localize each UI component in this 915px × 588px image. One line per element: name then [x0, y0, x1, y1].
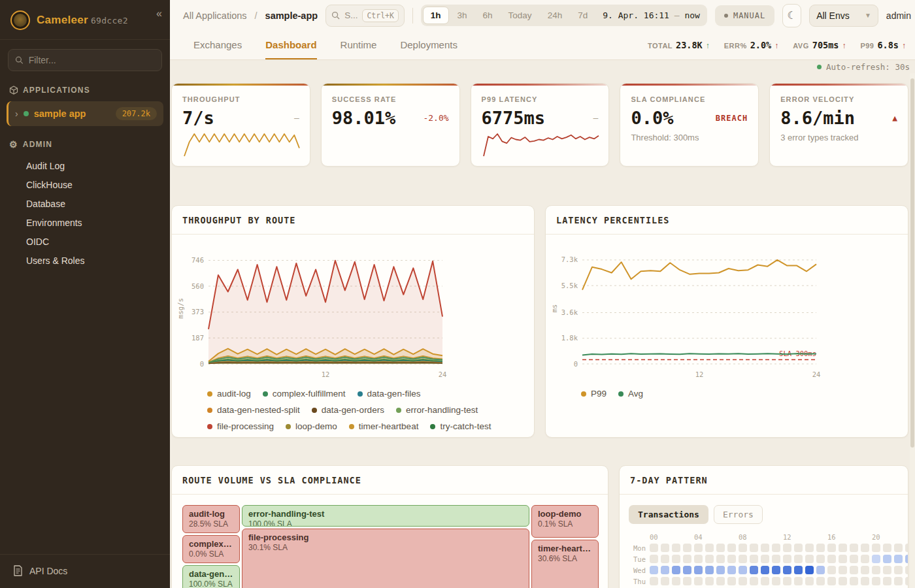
sidebar-filter-input[interactable] — [29, 55, 155, 65]
legend-item-data-gen-files[interactable]: data-gen-files — [358, 389, 421, 399]
treemap-box-audit-log[interactable]: audit-log28.5% SLA — [182, 505, 240, 533]
treemap-box-error-handling-test[interactable]: error-handling-test100.0% SLA — [242, 505, 529, 527]
sidebar-item-environments[interactable]: Environments — [26, 213, 170, 232]
legend-item-audit-log[interactable]: audit-log — [207, 389, 251, 399]
manual-refresh-button[interactable]: MANUAL — [715, 5, 774, 26]
trend-up-icon: ▲ — [892, 113, 897, 123]
time-range-custom[interactable]: 9. Apr. 16:11 — now — [596, 10, 705, 20]
chevron-down-icon: ▼ — [865, 12, 871, 19]
time-range-6h[interactable]: 6h — [476, 7, 500, 24]
logo-icon — [10, 10, 30, 30]
heatmap-cell — [672, 566, 680, 574]
legend-item-p99[interactable]: P99 — [581, 389, 607, 399]
scrollbar-thumb[interactable] — [910, 78, 914, 448]
bottom-row: ROUTE VOLUME VS SLA COMPLIANCE audit-log… — [171, 465, 908, 588]
heatmap-cell — [772, 544, 780, 552]
heatmap-cell — [705, 544, 714, 552]
time-range-1h[interactable]: 1h — [423, 7, 449, 24]
tab-exchanges[interactable]: Exchanges — [193, 31, 242, 59]
search-placeholder: S... — [344, 10, 358, 20]
legend-item-error-handling-test[interactable]: error-handling-test — [396, 405, 478, 415]
heatmap-cell — [739, 566, 747, 574]
legend-item-try-catch-test[interactable]: try-catch-test — [430, 421, 491, 431]
api-docs-link[interactable]: API Docs — [0, 554, 170, 588]
date-separator: — — [674, 10, 680, 20]
environment-select[interactable]: All Envs ▼ — [809, 5, 878, 27]
toggle-transactions[interactable]: Transactions — [629, 505, 708, 524]
heatmap-cell — [839, 544, 847, 552]
legend-item-data-gen-nested-split[interactable]: data-gen-nested-split — [207, 405, 300, 415]
treemap-box-data-gen-files[interactable]: data-gen-files100.0% SLA — [182, 565, 240, 588]
sidebar-item-oidc[interactable]: OIDC — [26, 232, 170, 251]
package-icon — [9, 86, 18, 95]
time-range-7d[interactable]: 7d — [571, 7, 595, 24]
chevron-right-icon[interactable]: › — [15, 108, 18, 119]
svg-text:3.6k: 3.6k — [561, 308, 578, 316]
heatmap-cell — [750, 544, 758, 552]
legend-dot — [207, 391, 212, 397]
app-root: Cameleer69dcce2 « APPLICATIONS › sample … — [0, 0, 915, 588]
heatmap-cell — [683, 566, 691, 574]
heatmap-day-label: Thu — [629, 578, 646, 585]
treemap-box-name: data-gen-files — [189, 569, 233, 579]
sidebar-item-users-roles[interactable]: Users & Roles — [26, 251, 170, 270]
date-from: 9. Apr. 16:11 — [603, 10, 669, 20]
legend-item-timer-heartbeat[interactable]: timer-heartbeat — [349, 421, 419, 431]
app-logo-title: Cameleer — [37, 14, 88, 26]
heatmap-cell — [872, 566, 880, 574]
dark-mode-toggle[interactable]: ☾ — [782, 4, 801, 27]
stat-p99: P996.8s↑ — [860, 40, 906, 50]
heatmap-cell — [772, 577, 780, 585]
legend-item-file-processing[interactable]: file-processing — [207, 421, 274, 431]
treemap-box-sla: 28.5% SLA — [189, 519, 233, 529]
time-range-today[interactable]: Today — [501, 7, 539, 24]
treemap-box-timer-heartbeat[interactable]: timer-heartbeat30.6% SLA — [531, 540, 599, 588]
legend-item-loop-demo[interactable]: loop-demo — [286, 421, 337, 431]
kpi-value: 7/s — [182, 108, 214, 128]
heatmap-cell — [861, 566, 869, 574]
heatmap-cell — [683, 577, 691, 585]
dashboard-content: THROUGHPUT 7/s – SUCCESS RATE 98.01% -2.… — [170, 73, 915, 588]
time-range-3h[interactable]: 3h — [450, 7, 474, 24]
scrollbar[interactable] — [910, 73, 915, 588]
breadcrumb-all-applications[interactable]: All Applications — [183, 10, 247, 21]
kpi-delta: – — [294, 113, 299, 123]
app-item-name: sample app — [34, 108, 110, 119]
sidebar-item-audit-log[interactable]: Audit Log — [26, 156, 170, 175]
legend-item-complex-fulfillment[interactable]: complex-fulfillment — [263, 389, 346, 399]
global-search-button[interactable]: S... Ctrl+K — [325, 5, 405, 27]
treemap-box-name: audit-log — [189, 509, 233, 519]
tab-deployments[interactable]: Deployments — [400, 31, 458, 59]
legend-item-data-gen-orders[interactable]: data-gen-orders — [312, 405, 384, 415]
card-accent — [172, 84, 310, 86]
trend-up-icon: ↑ — [774, 41, 778, 50]
heatmap-cell — [761, 555, 769, 563]
admin-section-header: ⚙ ADMIN — [0, 135, 170, 154]
svg-text:24: 24 — [812, 370, 821, 378]
toggle-errors[interactable]: Errors — [714, 505, 763, 524]
legend-item-avg[interactable]: Avg — [618, 389, 643, 399]
sidebar-collapse-button[interactable]: « — [156, 8, 162, 20]
kpi-row: THROUGHPUT 7/s – SUCCESS RATE 98.01% -2.… — [171, 83, 908, 167]
treemap-box-complex-fulfillment[interactable]: complex-fulfillment0.0% SLA — [182, 535, 240, 563]
tab-dashboard[interactable]: Dashboard — [265, 31, 316, 59]
treemap-box-loop-demo[interactable]: loop-demo0.1% SLA — [531, 505, 599, 538]
search-icon — [331, 11, 340, 20]
chart-canvas: 01873735607461224msg/s — [176, 244, 470, 382]
treemap-box-sla: 0.0% SLA — [189, 549, 233, 559]
sidebar-item-sample-app[interactable]: › sample app 207.2k — [7, 101, 163, 126]
sidebar-item-clickhouse[interactable]: ClickHouse — [26, 175, 170, 194]
heatmap-cell — [761, 577, 769, 585]
heatmap-cell — [672, 577, 680, 585]
treemap-box-file-processing[interactable]: file-processing30.1% SLA — [242, 529, 529, 588]
stat-err-: ERR%2.0%↑ — [724, 40, 779, 50]
time-range-24h[interactable]: 24h — [541, 7, 570, 24]
card-header: LATENCY PERCENTILES — [546, 206, 908, 235]
route-volume-sla-card: ROUTE VOLUME VS SLA COMPLIANCE audit-log… — [171, 465, 608, 588]
heatmap-cell — [783, 544, 791, 552]
tab-runtime[interactable]: Runtime — [341, 31, 377, 59]
kpi-value: 8.6/min — [780, 108, 855, 128]
heatmap-cell — [839, 566, 847, 574]
heatmap-hour-label: 12 — [783, 533, 791, 541]
sidebar-item-database[interactable]: Database — [26, 194, 170, 213]
